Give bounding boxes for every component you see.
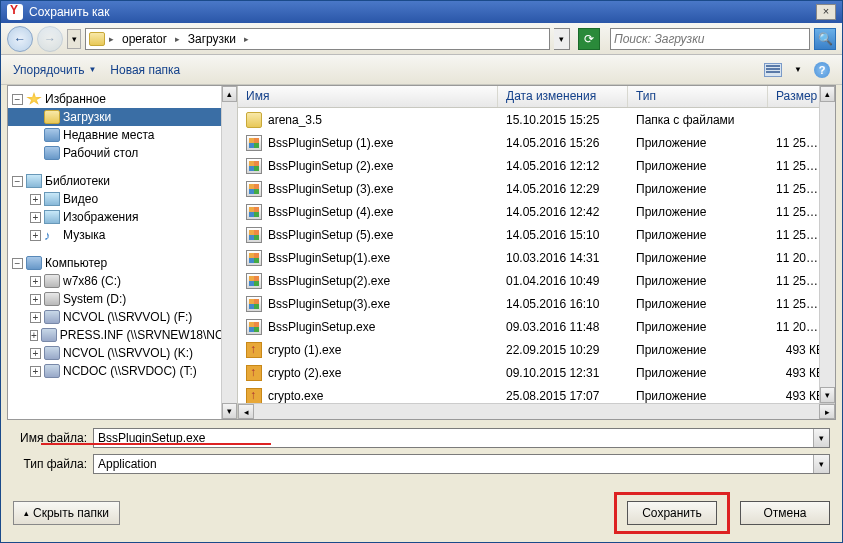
file-type: Приложение <box>628 228 768 242</box>
help-button[interactable]: ? <box>814 62 830 78</box>
file-scrollbar-v[interactable]: ▴ ▾ <box>819 86 835 403</box>
tree-drive[interactable]: +System (D:) <box>8 290 237 308</box>
tree-drive[interactable]: +NCVOL (\\SRVVOL) (K:) <box>8 344 237 362</box>
organize-button[interactable]: Упорядочить▼ <box>13 63 96 77</box>
hide-folders-button[interactable]: ▴Скрыть папки <box>13 501 120 525</box>
file-row[interactable]: BssPluginSetup(2).exe01.04.2016 10:49При… <box>238 269 835 292</box>
view-options-button[interactable] <box>764 63 782 77</box>
file-type: Приложение <box>628 343 768 357</box>
search-box[interactable] <box>610 28 810 50</box>
highlight-annotation: Сохранить <box>614 492 730 534</box>
file-type: Приложение <box>628 274 768 288</box>
file-date: 09.10.2015 12:31 <box>498 366 628 380</box>
file-icon <box>246 342 262 358</box>
expand-icon[interactable]: + <box>30 294 41 305</box>
save-dialog: Сохранить как × ← → ▾ ▸ operator ▸ Загру… <box>0 0 843 543</box>
expand-icon[interactable]: + <box>30 366 41 377</box>
expand-icon[interactable]: + <box>30 194 41 205</box>
collapse-icon[interactable]: − <box>12 94 23 105</box>
file-name: BssPluginSetup (3).exe <box>268 182 393 196</box>
breadcrumb-dropdown[interactable]: ▾ <box>554 28 570 50</box>
app-icon <box>7 4 23 20</box>
file-row[interactable]: crypto (1).exe22.09.2015 10:29Приложение… <box>238 338 835 361</box>
scroll-down-button[interactable]: ▾ <box>222 403 237 419</box>
breadcrumb-seg[interactable]: Загрузки <box>184 32 240 46</box>
chevron-down-icon[interactable]: ▼ <box>794 65 802 74</box>
tree-drive[interactable]: +w7x86 (C:) <box>8 272 237 290</box>
tree-downloads[interactable]: Загрузки <box>8 108 237 126</box>
filetype-dropdown[interactable]: ▾ <box>813 455 829 473</box>
file-date: 22.09.2015 10:29 <box>498 343 628 357</box>
folder-tree: −Избранное Загрузки Недавние места Рабоч… <box>8 86 238 419</box>
tree-scrollbar[interactable]: ▴ ▾ <box>221 86 237 419</box>
col-date[interactable]: Дата изменения <box>498 86 628 107</box>
chevron-right-icon[interactable]: ▸ <box>109 34 114 44</box>
tree-libraries[interactable]: −Библиотеки <box>8 172 237 190</box>
chevron-right-icon[interactable]: ▸ <box>175 34 180 44</box>
file-row[interactable]: BssPluginSetup(1).exe10.03.2016 14:31При… <box>238 246 835 269</box>
titlebar[interactable]: Сохранить как × <box>1 1 842 23</box>
tree-drive[interactable]: +NCDOC (\\SRVDOC) (T:) <box>8 362 237 380</box>
search-input[interactable] <box>614 32 806 46</box>
music-icon <box>44 228 60 242</box>
file-type: Приложение <box>628 182 768 196</box>
file-row[interactable]: BssPluginSetup (1).exe14.05.2016 15:26Пр… <box>238 131 835 154</box>
save-button[interactable]: Сохранить <box>627 501 717 525</box>
file-date: 14.05.2016 15:10 <box>498 228 628 242</box>
file-row[interactable]: BssPluginSetup (5).exe14.05.2016 15:10Пр… <box>238 223 835 246</box>
collapse-icon[interactable]: − <box>12 258 23 269</box>
breadcrumb[interactable]: ▸ operator ▸ Загрузки ▸ <box>85 28 550 50</box>
file-row[interactable]: arena_3.515.10.2015 15:25Папка с файлами <box>238 108 835 131</box>
forward-button[interactable]: → <box>37 26 63 52</box>
col-type[interactable]: Тип <box>628 86 768 107</box>
tree-drive[interactable]: +NCVOL (\\SRVVOL) (F:) <box>8 308 237 326</box>
filename-dropdown[interactable]: ▾ <box>813 429 829 447</box>
file-row[interactable]: BssPluginSetup.exe09.03.2016 11:48Прилож… <box>238 315 835 338</box>
filetype-field[interactable]: ▾ <box>93 454 830 474</box>
tree-recent[interactable]: Недавние места <box>8 126 237 144</box>
file-row[interactable]: BssPluginSetup (3).exe14.05.2016 12:29Пр… <box>238 177 835 200</box>
breadcrumb-seg[interactable]: operator <box>118 32 171 46</box>
file-type: Приложение <box>628 297 768 311</box>
file-row[interactable]: crypto (2).exe09.10.2015 12:31Приложение… <box>238 361 835 384</box>
file-icon <box>246 158 262 174</box>
chevron-right-icon[interactable]: ▸ <box>244 34 249 44</box>
nav-history-dropdown[interactable]: ▾ <box>67 29 81 49</box>
close-button[interactable]: × <box>816 4 836 20</box>
expand-icon[interactable]: + <box>30 330 38 341</box>
expand-icon[interactable]: + <box>30 212 41 223</box>
scroll-left-button[interactable]: ◂ <box>238 404 254 419</box>
folder-icon <box>89 32 105 46</box>
search-button[interactable]: 🔍 <box>814 28 836 50</box>
tree-music[interactable]: +Музыка <box>8 226 237 244</box>
col-name[interactable]: Имя <box>238 86 498 107</box>
scroll-up-button[interactable]: ▴ <box>222 86 237 102</box>
expand-icon[interactable]: + <box>30 276 41 287</box>
filename-field[interactable]: ▾ <box>93 428 830 448</box>
tree-computer[interactable]: −Компьютер <box>8 254 237 272</box>
scroll-right-button[interactable]: ▸ <box>819 404 835 419</box>
tree-pictures[interactable]: +Изображения <box>8 208 237 226</box>
tree-favorites[interactable]: −Избранное <box>8 90 237 108</box>
scroll-down-button[interactable]: ▾ <box>820 387 835 403</box>
filetype-row: Тип файла: ▾ <box>13 454 830 474</box>
file-type: Приложение <box>628 320 768 334</box>
file-row[interactable]: BssPluginSetup (2).exe14.05.2016 12:12Пр… <box>238 154 835 177</box>
expand-icon[interactable]: + <box>30 312 41 323</box>
new-folder-button[interactable]: Новая папка <box>110 63 180 77</box>
tree-videos[interactable]: +Видео <box>8 190 237 208</box>
file-row[interactable]: BssPluginSetup (4).exe14.05.2016 12:42Пр… <box>238 200 835 223</box>
cancel-button[interactable]: Отмена <box>740 501 830 525</box>
expand-icon[interactable]: + <box>30 230 41 241</box>
filetype-input[interactable] <box>94 455 813 473</box>
file-scrollbar-h[interactable]: ◂ ▸ <box>238 403 835 419</box>
scroll-up-button[interactable]: ▴ <box>820 86 835 102</box>
expand-icon[interactable]: + <box>30 348 41 359</box>
refresh-button[interactable]: ⟳ <box>578 28 600 50</box>
file-row[interactable]: BssPluginSetup(3).exe14.05.2016 16:10При… <box>238 292 835 315</box>
network-drive-icon <box>44 310 60 324</box>
tree-drive[interactable]: +PRESS.INF (\\SRVNEW18\NCNEW <box>8 326 237 344</box>
collapse-icon[interactable]: − <box>12 176 23 187</box>
back-button[interactable]: ← <box>7 26 33 52</box>
tree-desktop[interactable]: Рабочий стол <box>8 144 237 162</box>
